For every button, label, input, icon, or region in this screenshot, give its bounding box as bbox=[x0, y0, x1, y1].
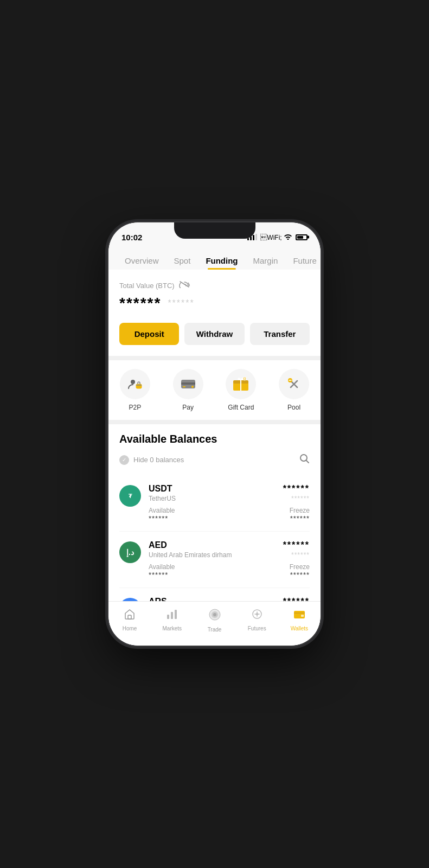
currency-item-usdt[interactable]: ₮ USDT ****** TetherUS ****** bbox=[119, 475, 310, 532]
check-circle-icon: ✓ bbox=[119, 455, 129, 465]
tab-margin[interactable]: Margin bbox=[246, 252, 286, 270]
ars-details: ARS ****** bbox=[149, 597, 310, 601]
quick-action-p2p[interactable]: P2P bbox=[120, 369, 150, 411]
nav-futures[interactable]: Futures bbox=[236, 606, 278, 635]
pool-icon bbox=[279, 369, 309, 399]
tab-future[interactable]: Future bbox=[285, 252, 321, 270]
nav-trade-label: Trade bbox=[208, 627, 222, 633]
usdt-fullname: TetherUS bbox=[149, 495, 176, 502]
aed-amount-sub: ****** bbox=[291, 551, 310, 559]
svg-point-14 bbox=[300, 455, 307, 461]
aed-available-label: Available bbox=[149, 563, 175, 571]
usdt-symbol: USDT bbox=[149, 484, 172, 494]
nav-wallets-label: Wallets bbox=[291, 626, 308, 631]
action-buttons: Deposit Withdraw Transfer bbox=[119, 323, 310, 345]
nav-futures-label: Futures bbox=[248, 626, 266, 631]
screen: 10:02 WiFi; Overview bbox=[108, 222, 321, 646]
transfer-button[interactable]: Transfer bbox=[250, 323, 310, 345]
trade-icon bbox=[208, 608, 221, 624]
balance-large: ****** bbox=[119, 295, 161, 312]
hide-balance-icon[interactable] bbox=[179, 280, 190, 290]
wallet-card: Total Value (BTC) ****** ****** Deposit … bbox=[108, 270, 321, 356]
nav-markets-label: Markets bbox=[163, 626, 182, 631]
svg-point-24 bbox=[213, 613, 216, 616]
usdt-logo: ₮ bbox=[119, 485, 141, 507]
wallets-icon bbox=[293, 608, 305, 623]
aed-details: AED ****** United Arab Emirates dirham *… bbox=[149, 540, 310, 579]
status-icons: WiFi; bbox=[247, 233, 308, 241]
balances-section: Available Balances ✓ Hide 0 balances bbox=[108, 424, 321, 601]
nav-trade[interactable]: Trade bbox=[193, 606, 235, 635]
hide-balances-toggle[interactable]: ✓ Hide 0 balances bbox=[119, 455, 184, 465]
aed-amount: ****** bbox=[283, 540, 310, 550]
svg-line-15 bbox=[306, 461, 309, 463]
nav-home[interactable]: Home bbox=[108, 606, 151, 635]
pool-label: Pool bbox=[287, 404, 300, 411]
svg-rect-20 bbox=[171, 612, 173, 619]
futures-icon bbox=[251, 608, 263, 623]
wifi-icon: WiFi; bbox=[260, 233, 292, 241]
home-icon bbox=[124, 608, 136, 623]
phone-frame: 10:02 WiFi; Overview bbox=[108, 222, 321, 646]
tab-overview[interactable]: Overview bbox=[117, 252, 167, 270]
aed-symbol: AED bbox=[149, 540, 167, 550]
p2p-icon bbox=[120, 369, 150, 399]
deposit-button[interactable]: Deposit bbox=[119, 323, 179, 345]
nav-wallets[interactable]: Wallets bbox=[278, 606, 321, 635]
nav-home-label: Home bbox=[123, 626, 137, 631]
usdt-amount-sub: ****** bbox=[291, 495, 310, 502]
svg-rect-3 bbox=[181, 382, 195, 385]
p2p-label: P2P bbox=[129, 404, 142, 411]
svg-rect-18 bbox=[128, 615, 131, 619]
gift-card-label: Gift Card bbox=[228, 404, 254, 411]
quick-action-pay[interactable]: Pay bbox=[173, 369, 203, 411]
withdraw-button[interactable]: Withdraw bbox=[184, 323, 244, 345]
svg-point-5 bbox=[191, 386, 194, 388]
svg-rect-4 bbox=[183, 386, 185, 387]
balance-row: ****** ****** bbox=[119, 295, 310, 312]
quick-action-gift-card[interactable]: Gift Card bbox=[226, 369, 256, 411]
currency-item-ars[interactable]: $ ARS ****** bbox=[119, 588, 310, 601]
pay-icon bbox=[173, 369, 203, 399]
svg-rect-1 bbox=[136, 384, 142, 388]
nav-markets[interactable]: Markets bbox=[151, 606, 193, 635]
aed-fullname: United Arab Emirates dirham bbox=[149, 551, 232, 559]
hide-balances-row: ✓ Hide 0 balances bbox=[119, 453, 310, 467]
balance-small: ****** bbox=[168, 298, 194, 308]
ars-amount: ****** bbox=[283, 597, 310, 601]
svg-point-26 bbox=[256, 613, 258, 615]
svg-point-0 bbox=[131, 380, 135, 384]
content-area: Overview Spot Funding Margin Future Tota… bbox=[108, 246, 321, 601]
aed-available-val: ****** bbox=[149, 571, 175, 579]
aed-freeze-val: ****** bbox=[290, 571, 310, 579]
currency-item-aed[interactable]: د.إ AED ****** United Arab Emirates dirh… bbox=[119, 532, 310, 588]
svg-text:₮: ₮ bbox=[129, 493, 132, 499]
balances-title: Available Balances bbox=[119, 433, 310, 445]
aed-freeze-label: Freeze bbox=[290, 563, 310, 571]
usdt-freeze-label: Freeze bbox=[290, 507, 310, 514]
quick-action-pool[interactable]: Pool bbox=[279, 369, 309, 411]
search-button[interactable] bbox=[299, 453, 310, 467]
usdt-available-val: ****** bbox=[149, 514, 175, 522]
tab-spot[interactable]: Spot bbox=[167, 252, 199, 270]
status-time: 10:02 bbox=[121, 233, 142, 242]
total-value-label: Total Value (BTC) bbox=[119, 280, 310, 290]
pay-label: Pay bbox=[182, 404, 194, 411]
markets-icon bbox=[166, 608, 178, 623]
svg-rect-28 bbox=[301, 615, 304, 617]
usdt-details: USDT ****** TetherUS ****** Available **… bbox=[149, 484, 310, 522]
battery-icon bbox=[296, 234, 308, 240]
svg-rect-19 bbox=[167, 615, 169, 619]
svg-rect-21 bbox=[175, 610, 177, 619]
aed-logo: د.إ bbox=[119, 541, 141, 563]
hide-balances-text: Hide 0 balances bbox=[133, 456, 184, 464]
ars-symbol: ARS bbox=[149, 597, 167, 601]
gift-card-icon bbox=[226, 369, 256, 399]
usdt-freeze-val: ****** bbox=[290, 514, 310, 522]
usdt-available-label: Available bbox=[149, 507, 175, 514]
bottom-nav: Home Markets bbox=[108, 601, 321, 646]
usdt-amount: ****** bbox=[283, 484, 310, 494]
tab-funding[interactable]: Funding bbox=[198, 252, 245, 270]
quick-actions: P2P Pay bbox=[108, 360, 321, 420]
notch bbox=[174, 222, 255, 239]
